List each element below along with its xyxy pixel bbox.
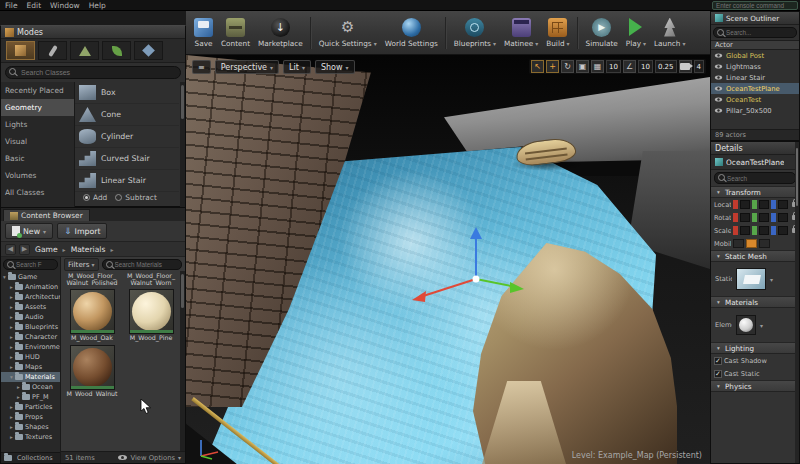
simulate-button[interactable]: ▶ Simulate <box>582 16 622 50</box>
transform-gizmo[interactable] <box>404 223 526 323</box>
forward-arrow-icon[interactable]: ▶ <box>19 244 30 255</box>
mobility-static-button[interactable] <box>733 239 744 248</box>
folder-row[interactable]: ▸Textures <box>1 432 60 442</box>
checkbox-checked[interactable]: ✓ <box>714 357 722 365</box>
asset-tile-oak[interactable]: M_Wood_Oak <box>66 289 118 341</box>
rotation-y-field[interactable] <box>759 213 769 222</box>
visibility-eye-icon[interactable] <box>715 86 722 92</box>
outliner-row-selected[interactable]: OceanTestPlane <box>711 83 799 94</box>
placeable-cone[interactable]: Cone <box>75 104 179 126</box>
visibility-eye-icon[interactable] <box>715 64 722 70</box>
collections-bar[interactable]: Collections <box>1 452 60 463</box>
dropdown-arrow-icon[interactable]: ▾ <box>760 322 763 329</box>
content-browser-tab[interactable]: Content Browser <box>3 209 90 221</box>
scale-z-field[interactable] <box>778 226 788 235</box>
rotation-x-field[interactable] <box>740 213 750 222</box>
selected-actor-row[interactable]: OceanTestPlane <box>711 155 799 170</box>
mobility-stationary-button[interactable] <box>746 239 757 248</box>
outliner-row[interactable]: Linear Stair <box>711 72 799 83</box>
breadcrumb-game[interactable]: Game <box>33 245 60 254</box>
category-recently-placed[interactable]: Recently Placed <box>1 82 74 99</box>
menu-edit[interactable]: Edit <box>27 1 42 10</box>
visibility-eye-icon[interactable] <box>715 108 722 114</box>
quick-settings-button[interactable]: ⚙ Quick Settings▾ <box>315 16 381 50</box>
folder-row[interactable]: ▸Blueprints <box>1 322 60 332</box>
folder-row[interactable]: ▸Ocean <box>1 382 60 392</box>
asset-tile-walnut[interactable]: M_Wood_Walnut <box>66 345 118 397</box>
visibility-eye-icon[interactable] <box>715 53 722 59</box>
folder-row[interactable]: ▸Animation <box>1 282 60 292</box>
material-thumbnail[interactable] <box>736 315 756 335</box>
visibility-eye-icon[interactable] <box>715 75 722 81</box>
outliner-row[interactable]: Global Post <box>711 50 799 61</box>
tab-paint-mode[interactable] <box>38 41 67 60</box>
section-lighting[interactable]: ▾ Lighting <box>711 342 799 354</box>
asset-label[interactable]: M_Wood_Floor_Walnut_Polished <box>66 272 118 286</box>
section-materials[interactable]: ▾ Materials <box>711 296 799 308</box>
scale-snap-value[interactable]: 0.25 <box>655 60 677 73</box>
modes-search-input[interactable] <box>5 66 181 79</box>
folder-row[interactable]: ▸Character <box>1 332 60 342</box>
checkbox-checked[interactable]: ✓ <box>714 370 722 378</box>
placeable-curved-stair[interactable]: Curved Stair <box>75 148 179 170</box>
tab-foliage-mode[interactable] <box>102 41 131 60</box>
folder-row[interactable]: ▸Environments <box>1 342 60 352</box>
select-tool-icon[interactable]: ↖ <box>531 60 544 73</box>
rotation-z-field[interactable] <box>778 213 788 222</box>
folder-row[interactable]: ▸Props <box>1 412 60 422</box>
scale-tool-icon[interactable]: ▣ <box>576 60 589 73</box>
camera-speed-value[interactable]: 4 <box>694 60 704 73</box>
breadcrumb-materials[interactable]: Materials <box>69 245 108 254</box>
perspective-button[interactable]: Perspective▾ <box>215 60 279 74</box>
outliner-column-header[interactable]: Actor <box>711 40 799 50</box>
move-tool-icon[interactable]: + <box>546 60 559 73</box>
folder-row[interactable]: ▸Maps <box>1 362 60 372</box>
asset-grid-scrollbar[interactable] <box>180 271 185 451</box>
category-visual[interactable]: Visual <box>1 133 74 150</box>
folder-row[interactable]: ▸Audio <box>1 312 60 322</box>
folder-row[interactable]: ▾Game <box>1 272 60 282</box>
menu-window[interactable]: Window <box>50 1 80 10</box>
location-z-field[interactable] <box>778 200 788 209</box>
import-button[interactable]: ⇓ Import <box>57 223 107 239</box>
grid-snap-icon[interactable]: ▦ <box>591 60 604 73</box>
category-basic[interactable]: Basic <box>1 150 74 167</box>
folder-row-materials-selected[interactable]: ▾Materials <box>1 372 60 382</box>
tab-geometry-mode[interactable] <box>134 41 163 60</box>
back-arrow-icon[interactable]: ◀ <box>5 244 16 255</box>
blueprints-button[interactable]: Blueprints▾ <box>450 16 500 50</box>
viewport-3d[interactable]: ≡ Perspective▾ Lit▾ Show▾ ↖ + ↻ ▣ ▦ 10 ∠… <box>186 55 710 464</box>
menu-file[interactable]: File <box>5 1 18 10</box>
folder-row[interactable]: ▸Assets <box>1 302 60 312</box>
subtract-radio[interactable]: Subtract <box>115 193 157 202</box>
tab-place-mode[interactable] <box>6 41 35 60</box>
angle-snap-value[interactable]: 10 <box>638 60 653 73</box>
static-mesh-thumbnail[interactable] <box>736 268 766 290</box>
scale-y-field[interactable] <box>759 226 769 235</box>
placeable-box[interactable]: Box <box>75 82 179 104</box>
modes-panel-header[interactable]: Modes <box>1 26 185 39</box>
add-radio[interactable]: Add <box>83 193 107 202</box>
console-command-input[interactable] <box>712 1 798 10</box>
viewport-menu-button[interactable]: ≡ <box>192 60 211 74</box>
visibility-eye-icon[interactable] <box>715 97 722 103</box>
outliner-row[interactable]: OceanTest <box>711 94 799 105</box>
folder-row[interactable]: ▸Shapes <box>1 422 60 432</box>
matinee-button[interactable]: Matinee▾ <box>500 16 542 50</box>
dropdown-arrow-icon[interactable]: ▾ <box>770 276 773 283</box>
section-static-mesh[interactable]: ▾ Static Mesh <box>711 250 799 262</box>
world-settings-button[interactable]: World Settings <box>381 16 442 50</box>
marketplace-button[interactable]: ↓ Marketplace <box>254 16 307 50</box>
new-asset-button[interactable]: New ▾ <box>5 223 53 239</box>
show-flags-button[interactable]: Show▾ <box>315 60 355 74</box>
folder-row[interactable]: ▸PF_M <box>1 392 60 402</box>
location-y-field[interactable] <box>759 200 769 209</box>
play-button[interactable]: Play▾ <box>622 16 650 50</box>
tab-landscape-mode[interactable] <box>70 41 99 60</box>
outliner-row[interactable]: Pillar_50x500 <box>711 105 799 116</box>
lit-mode-button[interactable]: Lit▾ <box>283 60 311 74</box>
category-geometry[interactable]: Geometry <box>1 99 74 116</box>
build-button[interactable]: Build▾ <box>542 16 573 50</box>
launch-button[interactable]: Launch▾ <box>650 16 689 50</box>
grid-snap-value[interactable]: 10 <box>606 60 621 73</box>
